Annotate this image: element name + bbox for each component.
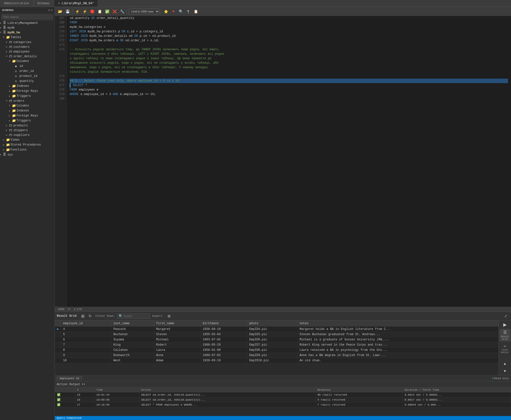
tree-item-categories[interactable]: ▶🗃categories <box>0 40 55 45</box>
table-row[interactable]: 10WestAdam1928-09-19EmpID10.picAn old ch… <box>55 358 499 363</box>
tree-item-id[interactable]: ◆id <box>0 64 55 69</box>
tree-label: Indexes <box>16 84 29 88</box>
export-btn[interactable]: ⊞ <box>166 313 172 319</box>
settings-icon[interactable]: ⚙ <box>51 8 53 12</box>
sort-icon[interactable]: ⬆⬇ <box>82 382 85 386</box>
tree-item-shippers[interactable]: ▶🗃shippers <box>0 128 55 133</box>
code-line[interactable]: RIGHT JOIN mydb_hw.orders o ON od.order_… <box>70 38 508 43</box>
check-btn[interactable]: ✅ <box>104 8 110 15</box>
code-line[interactable]: od.quantity AS order_detail_quantity <box>70 16 508 20</box>
tree-item-columns[interactable]: ▼📁Columns <box>0 103 55 108</box>
table-row[interactable]: 7KingRobert1960-05-29EmpID7.picRobert Ki… <box>55 342 499 348</box>
table-row[interactable]: 9DodsworthAnne1969-07-02EmpID9.picAnne h… <box>55 353 499 358</box>
tree-item-suppliers[interactable]: ▶🗃suppliers <box>0 133 55 137</box>
format-btn[interactable]: ¶ <box>185 8 192 15</box>
open-btn[interactable]: 📂 <box>57 8 63 15</box>
editor-area[interactable]: 1671681691701711721731741751761771781791… <box>55 16 511 307</box>
info-icon: ℹ <box>492 377 493 380</box>
tree-item-indexes[interactable]: ▶📁Indexes <box>0 108 55 113</box>
code-line[interactable]: збільшення кількості рядків, якщо є рядк… <box>70 61 508 65</box>
filter-input[interactable] <box>1 14 53 19</box>
tree-item-triggers[interactable]: ▶📁Triggers <box>0 118 55 123</box>
table-row[interactable]: ▶4PeacockMargaret1958-09-19EmpID4.picMar… <box>55 326 499 332</box>
wrench-btn[interactable]: 🔧 <box>119 8 125 15</box>
filter-btn[interactable]: 🔻 <box>170 8 177 15</box>
zoom-stepper[interactable]: ⬆⬇ <box>67 308 70 311</box>
tree-label: categories <box>13 41 31 44</box>
tree-item-mydb[interactable]: ▶🗄mydb <box>0 25 55 30</box>
tree-item-customers[interactable]: ▶🗃customers <box>0 45 55 49</box>
tree-item-product_id[interactable]: ◇product_id <box>0 74 55 79</box>
tab-administration[interactable]: Administration <box>0 0 33 7</box>
tree-item-foreign-keys[interactable]: ▶📁Foreign Keys <box>0 113 55 118</box>
code-line[interactable]: кількість рядків залишається незмінною, … <box>70 70 508 74</box>
code-line[interactable] <box>70 74 508 79</box>
maximize-btn[interactable]: ⤢ <box>503 313 509 319</box>
cell-photo: EmpID4.pic <box>247 326 297 332</box>
tree-item-views[interactable]: ▶📁Views <box>0 137 55 142</box>
sidebar-title: SCHEMAS <box>2 9 13 12</box>
code-line[interactable]: -- Кількість рядків змінюється тому, що … <box>70 47 508 52</box>
code-line[interactable]: FROM employees e <box>70 88 508 92</box>
tree-item-employees[interactable]: ▶🗃employees <box>0 49 55 54</box>
footer-tab[interactable]: employees 23 <box>57 376 82 380</box>
code-line[interactable]: співпадаючі значення в обох таблицях. LE… <box>70 52 508 56</box>
refresh-results-btn[interactable]: ↻ <box>87 313 93 319</box>
grid-view-btn[interactable]: ⊞ <box>79 313 86 319</box>
code-content[interactable]: od.quantity AS order_detail_quantityFROM… <box>67 16 511 307</box>
tree-item-products[interactable]: ▶🗃products <box>0 123 55 128</box>
code-line[interactable]: #4.3 -- Select those rows only, where em… <box>70 79 508 83</box>
tree-item-librarymanagement[interactable]: ▶🗄LibraryManagement <box>0 21 55 25</box>
code-line[interactable]: SELECT * <box>70 83 508 88</box>
stop-btn[interactable]: 🔴 <box>89 8 95 15</box>
cell-birthdate: 1969-07-02 <box>201 353 247 358</box>
filter-rows-label: Filter Rows: <box>95 315 115 317</box>
search-btn[interactable]: 🔍 <box>178 8 184 15</box>
tree-item-mydb_hw[interactable]: ▼🗄mydb_hw <box>0 30 55 35</box>
tree-item-sys[interactable]: ▶🗄sys <box>0 152 55 157</box>
tab-schemas[interactable]: Schemas <box>33 0 54 7</box>
tree-item-order_id[interactable]: ◇order_id <box>0 69 55 74</box>
table-row[interactable]: 5BuchananSteven1955-03-04EmpID5.picSteve… <box>55 332 499 337</box>
star-btn[interactable]: ⭐ <box>163 8 169 15</box>
result-grid-side-btn[interactable]: ☰ ResultGrid <box>500 329 511 341</box>
tree-item-columns[interactable]: ▼📁Columns <box>0 59 55 64</box>
code-line[interactable]: INNER JOIN mydb_hw.order_details od ON p… <box>70 34 508 38</box>
tree-item-tables[interactable]: ▼📁Tables <box>0 35 55 40</box>
code-line[interactable]: mydb_hw.categories c <box>70 25 508 29</box>
cancel-btn[interactable]: ❌ <box>111 8 118 15</box>
limit-select[interactable]: Limit to 1000 rows <box>128 9 159 14</box>
scroll-up-btn[interactable]: ▲ <box>502 360 508 367</box>
save-btn[interactable]: 💾 <box>64 8 71 15</box>
table-row[interactable]: 8CallahanLaura1958-01-09EmpID8.picLaura … <box>55 348 499 353</box>
scroll-down-btn[interactable]: ▼ <box>502 368 508 374</box>
explain-btn[interactable]: 📋 <box>96 8 103 15</box>
tree-item-functions[interactable]: ▶📁Functions <box>0 147 55 152</box>
tree-item-order_details[interactable]: ▼🗃order_details <box>0 54 55 59</box>
tree-item-indexes[interactable]: ▶📁Indexes <box>0 84 55 89</box>
form-editor-side-btn[interactable]: ✏ FormEditor <box>500 342 511 355</box>
code-line[interactable]: з однієї таблиці та лише співпадаючі ряд… <box>70 56 508 61</box>
tree-arrow: ▶ <box>0 26 3 29</box>
tree-item-foreign-keys[interactable]: ▶📁Foreign Keys <box>0 89 55 94</box>
code-line[interactable]: FROM <box>70 20 508 25</box>
tree-node-icon: 📁 <box>12 89 16 93</box>
expand-btn[interactable]: ▶ <box>502 321 508 328</box>
table-row[interactable]: 6SuyamaMichael1963-07-02EmpID6.picMichae… <box>55 337 499 342</box>
refresh-icon[interactable]: ↺ <box>48 8 50 12</box>
tree-item-triggers[interactable]: ▶📁Triggers <box>0 94 55 99</box>
code-line[interactable]: зменшення, якщо є рядки, які не співпада… <box>70 65 508 70</box>
code-line[interactable] <box>70 43 508 47</box>
tree-item-orders[interactable]: ▼🗃orders <box>0 99 55 103</box>
code-line[interactable]: LEFT JOIN mydb_hw.products p ON c.id = p… <box>70 29 508 34</box>
tree-item-quantity[interactable]: ◇quantity <box>0 79 55 84</box>
search-input[interactable] <box>124 315 148 317</box>
execute-btn[interactable]: ⚡ <box>74 8 80 15</box>
result-grid-tab[interactable]: Result Grid <box>57 314 76 318</box>
code-line[interactable]: WHERE e.employee_id > 3 AND e.employee_i… <box>70 92 508 97</box>
tab-editor[interactable]: ⚡ LibraryMngt_HW_04* <box>54 0 98 7</box>
execute2-btn[interactable]: ⚡ <box>81 8 88 15</box>
tree-item-stored-procedures[interactable]: ▶📁Stored Procedures <box>0 142 55 147</box>
copy-btn[interactable]: 📋 <box>192 8 199 15</box>
code-line[interactable] <box>70 97 508 101</box>
